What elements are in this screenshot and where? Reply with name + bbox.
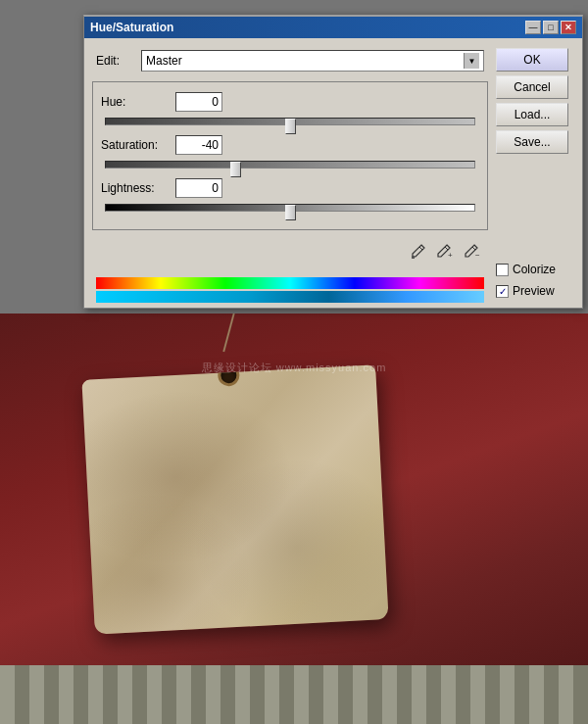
close-button[interactable]: ✕ bbox=[561, 21, 576, 34]
colorize-row: Colorize bbox=[496, 261, 574, 278]
save-button[interactable]: Save... bbox=[496, 130, 568, 154]
add-eyedropper-icon: + bbox=[437, 244, 453, 260]
hue-input[interactable] bbox=[175, 92, 222, 112]
saturation-label: Saturation: bbox=[101, 138, 170, 152]
preview-checkbox[interactable] bbox=[496, 285, 509, 298]
left-panel: Edit: Master ▼ Hue: bbox=[92, 46, 488, 300]
watermark-text: 思缘设计论坛 www.missyuan.com bbox=[202, 362, 387, 373]
preview-row: Preview bbox=[496, 282, 574, 300]
maximize-button[interactable]: □ bbox=[543, 21, 559, 34]
lightness-track-bg bbox=[105, 204, 475, 212]
saturation-track-bg bbox=[105, 161, 475, 169]
saturation-track[interactable] bbox=[105, 157, 475, 172]
edit-dropdown[interactable]: Master ▼ bbox=[141, 50, 484, 72]
add-sample-tool[interactable]: + bbox=[433, 240, 457, 264]
lightness-input[interactable] bbox=[175, 178, 222, 198]
hue-row: Hue: bbox=[101, 92, 479, 112]
cancel-button[interactable]: Cancel bbox=[496, 75, 568, 99]
tag-string bbox=[222, 314, 239, 352]
hue-saturation-dialog: Hue/Saturation — □ ✕ Edit: Master ▼ Hue: bbox=[83, 15, 583, 309]
tools-row: + − bbox=[92, 236, 488, 267]
eyedropper-tool[interactable] bbox=[406, 240, 429, 264]
saturation-row: Saturation: bbox=[101, 135, 479, 155]
tag-body bbox=[81, 364, 388, 634]
notch-bar bbox=[0, 665, 588, 724]
colorize-label: Colorize bbox=[513, 263, 556, 276]
colorize-checkbox[interactable] bbox=[496, 264, 509, 276]
lightness-track-container bbox=[101, 200, 479, 216]
saturation-input[interactable] bbox=[175, 135, 222, 155]
preview-label: Preview bbox=[513, 284, 555, 298]
spectrum-row bbox=[96, 275, 484, 305]
lightness-track[interactable] bbox=[105, 200, 475, 216]
sliders-group: Hue: Saturation: bbox=[92, 81, 488, 230]
eyedropper-icon bbox=[410, 244, 425, 260]
edit-dropdown-value: Master bbox=[146, 54, 182, 68]
spectrum-hue-bar bbox=[96, 277, 484, 289]
svg-line-0 bbox=[419, 247, 422, 250]
svg-line-4 bbox=[472, 247, 475, 250]
svg-rect-1 bbox=[412, 256, 415, 259]
tag-container bbox=[78, 343, 412, 647]
subtract-eyedropper-icon: − bbox=[465, 244, 480, 260]
dropdown-arrow-icon: ▼ bbox=[464, 53, 479, 69]
right-panel: OK Cancel Load... Save... Colorize Previ… bbox=[496, 46, 574, 300]
svg-line-2 bbox=[445, 247, 448, 250]
watermark: 思缘设计论坛 www.missyuan.com bbox=[202, 361, 387, 375]
dialog-content: Edit: Master ▼ Hue: bbox=[84, 38, 582, 308]
saturation-track-container bbox=[101, 157, 479, 172]
hue-track-container bbox=[101, 114, 479, 129]
svg-text:−: − bbox=[475, 251, 480, 260]
subtract-sample-tool[interactable]: − bbox=[461, 240, 484, 264]
svg-text:+: + bbox=[448, 251, 453, 260]
lightness-thumb[interactable] bbox=[285, 205, 296, 220]
ok-button[interactable]: OK bbox=[496, 48, 568, 72]
titlebar-buttons: — □ ✕ bbox=[525, 21, 576, 34]
hue-track[interactable] bbox=[105, 114, 475, 129]
minimize-button[interactable]: — bbox=[525, 21, 541, 34]
hue-track-bg bbox=[105, 118, 475, 125]
edit-row: Edit: Master ▼ bbox=[92, 46, 488, 75]
spectrum-result-bar bbox=[96, 291, 484, 303]
lightness-label: Lightness: bbox=[101, 181, 170, 195]
edit-label: Edit: bbox=[96, 54, 135, 68]
photo-area: 思缘设计论坛 www.missyuan.com bbox=[0, 314, 588, 724]
saturation-thumb[interactable] bbox=[230, 162, 241, 177]
hue-thumb[interactable] bbox=[285, 119, 296, 134]
load-button[interactable]: Load... bbox=[496, 103, 568, 126]
hue-label: Hue: bbox=[101, 95, 170, 109]
dialog-titlebar: Hue/Saturation — □ ✕ bbox=[84, 17, 582, 38]
lightness-row: Lightness: bbox=[101, 178, 479, 198]
dialog-title: Hue/Saturation bbox=[90, 21, 173, 34]
